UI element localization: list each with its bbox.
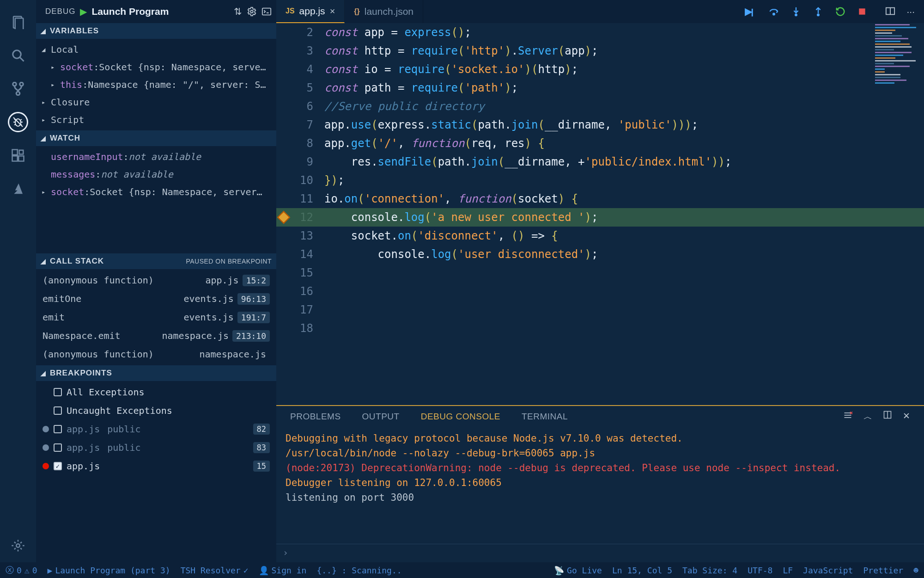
panel-collapse-icon[interactable]: ︿ bbox=[863, 411, 872, 423]
step-out-icon[interactable] bbox=[813, 6, 823, 17]
status-scanning[interactable]: {..} : Scanning.. bbox=[316, 566, 401, 575]
tab-debug-console[interactable]: DEBUG CONSOLE bbox=[421, 412, 500, 422]
watch-item[interactable]: messages: not available bbox=[36, 166, 276, 183]
breakpoint-item[interactable]: app.jspublic83 bbox=[36, 438, 276, 457]
breakpoints-section: ◢BREAKPOINTS All Exceptions Uncaught Exc… bbox=[36, 365, 276, 477]
svg-point-20 bbox=[250, 10, 253, 13]
extensions-icon[interactable] bbox=[7, 144, 29, 166]
start-debug-icon[interactable]: ▶ bbox=[80, 6, 87, 17]
svg-point-6 bbox=[16, 92, 20, 95]
debug-icon[interactable] bbox=[7, 111, 29, 133]
step-over-icon[interactable] bbox=[769, 6, 779, 17]
tab-problems[interactable]: PROBLEMS bbox=[290, 412, 341, 422]
continue-icon[interactable]: ▶▎ bbox=[745, 6, 757, 18]
checkbox-icon[interactable] bbox=[54, 388, 62, 396]
svg-line-3 bbox=[20, 57, 24, 61]
watch-item[interactable]: usernameInput: not available bbox=[36, 148, 276, 166]
gear-icon[interactable] bbox=[247, 6, 257, 17]
panel-close-icon[interactable]: ✕ bbox=[903, 411, 910, 423]
callstack-section: ◢CALL STACKPAUSED ON BREAKPOINT (anonymo… bbox=[36, 253, 276, 365]
explorer-icon[interactable] bbox=[7, 11, 29, 33]
variable-this[interactable]: ▸this: Namespace {name: "/", server: S… bbox=[36, 76, 276, 93]
status-lncol[interactable]: Ln 15, Col 5 bbox=[612, 566, 672, 575]
watch-section: ◢WATCH usernameInput: not availablemessa… bbox=[36, 130, 276, 203]
svg-rect-21 bbox=[262, 8, 271, 15]
debug-header: DEBUG ▶ Launch Program ⇅ bbox=[36, 0, 276, 23]
callstack-frame[interactable]: (anonymous function)namespace.js bbox=[36, 345, 276, 363]
debug-console-output[interactable]: Debugging with legacy protocol because N… bbox=[276, 427, 924, 544]
search-icon[interactable] bbox=[7, 44, 29, 67]
breakpoint-dot-icon bbox=[43, 444, 49, 451]
bp-uncaught-exceptions[interactable]: Uncaught Exceptions bbox=[36, 401, 276, 420]
status-launch[interactable]: ▶ Launch Program (part 3) bbox=[48, 566, 170, 575]
stop-icon[interactable] bbox=[857, 7, 867, 16]
activity-bar bbox=[0, 0, 36, 562]
callstack-status: PAUSED ON BREAKPOINT bbox=[186, 258, 272, 265]
callstack-frame[interactable]: emitevents.js191:7 bbox=[36, 308, 276, 326]
editor-actions: ··· bbox=[876, 6, 924, 17]
breakpoint-dot-icon bbox=[43, 426, 49, 432]
callstack-frame[interactable]: Namespace.emitnamespace.js213:10 bbox=[36, 326, 276, 345]
status-errors[interactable]: ⓧ 0 ⚠ 0 bbox=[6, 565, 37, 576]
azure-icon[interactable] bbox=[7, 178, 29, 200]
debug-config-select[interactable]: Launch Program bbox=[91, 6, 229, 17]
checkbox-icon[interactable] bbox=[54, 462, 62, 470]
split-editor-icon[interactable] bbox=[885, 6, 895, 17]
editor-tab[interactable]: JSapp.js× bbox=[276, 0, 345, 23]
editor-tab[interactable]: {}launch.json bbox=[345, 0, 423, 23]
variables-scope-script[interactable]: ▸Script bbox=[36, 111, 276, 129]
close-icon[interactable]: × bbox=[330, 6, 335, 17]
status-eol[interactable]: LF bbox=[783, 566, 793, 575]
panel-maximize-icon[interactable] bbox=[883, 411, 892, 423]
debug-title: DEBUG bbox=[45, 7, 75, 16]
callstack-frame[interactable]: (anonymous function)app.js15:2 bbox=[36, 271, 276, 289]
debug-console-icon[interactable] bbox=[261, 6, 272, 17]
variables-scope-local[interactable]: ◢Local bbox=[36, 41, 276, 58]
debug-console-input[interactable]: › bbox=[276, 544, 924, 562]
svg-point-4 bbox=[13, 82, 17, 86]
watch-item[interactable]: ▸socket: Socket {nsp: Namespace, server… bbox=[36, 183, 276, 201]
checkbox-icon[interactable] bbox=[54, 425, 62, 433]
tab-output[interactable]: OUTPUT bbox=[362, 412, 400, 422]
checkbox-icon[interactable] bbox=[54, 406, 62, 415]
svg-line-11 bbox=[20, 119, 22, 120]
file-type-icon: JS bbox=[286, 7, 295, 15]
more-icon[interactable]: ··· bbox=[906, 6, 915, 17]
svg-rect-16 bbox=[12, 156, 18, 161]
status-golive[interactable]: 📡 Go Live bbox=[554, 566, 602, 575]
status-signin[interactable]: 👤 Sign in bbox=[259, 566, 307, 575]
watch-header[interactable]: ◢WATCH bbox=[36, 130, 276, 146]
variables-scope-closure[interactable]: ▸Closure bbox=[36, 93, 276, 111]
restart-icon[interactable] bbox=[835, 6, 845, 17]
breakpoints-header[interactable]: ◢BREAKPOINTS bbox=[36, 365, 276, 381]
svg-point-2 bbox=[13, 50, 21, 59]
code-area[interactable]: 23456789101112131415161718 const app = e… bbox=[276, 23, 924, 405]
status-feedback-icon[interactable]: ☻ bbox=[913, 566, 918, 575]
svg-rect-27 bbox=[859, 8, 865, 14]
tab-terminal[interactable]: TERMINAL bbox=[522, 412, 568, 422]
svg-point-5 bbox=[20, 82, 24, 86]
status-encoding[interactable]: UTF-8 bbox=[748, 566, 772, 575]
status-prettier[interactable]: Prettier bbox=[863, 566, 903, 575]
settings-icon[interactable] bbox=[7, 535, 29, 557]
breakpoint-item[interactable]: app.js15 bbox=[36, 457, 276, 475]
variable-socket[interactable]: ▸socket: Socket {nsp: Namespace, serve… bbox=[36, 58, 276, 76]
scm-icon[interactable] bbox=[7, 78, 29, 100]
callstack-header[interactable]: ◢CALL STACKPAUSED ON BREAKPOINT bbox=[36, 253, 276, 269]
panel-tabs: PROBLEMS OUTPUT DEBUG CONSOLE TERMINAL ︿… bbox=[276, 406, 924, 427]
debug-toolbar: ▶▎ bbox=[736, 6, 876, 18]
variables-header[interactable]: ◢VARIABLES bbox=[36, 23, 276, 39]
breakpoint-item[interactable]: app.jspublic82 bbox=[36, 420, 276, 438]
debug-sidebar: DEBUG ▶ Launch Program ⇅ ◢VARIABLES ◢Loc… bbox=[36, 0, 276, 562]
file-type-icon: {} bbox=[354, 7, 359, 16]
step-into-icon[interactable] bbox=[791, 6, 801, 17]
status-resolver[interactable]: TSH Resolver ✓ bbox=[181, 566, 249, 575]
status-lang[interactable]: JavaScript bbox=[803, 566, 853, 575]
config-chevrons-icon[interactable]: ⇅ bbox=[234, 6, 242, 17]
bp-all-exceptions[interactable]: All Exceptions bbox=[36, 383, 276, 401]
clear-console-icon[interactable] bbox=[843, 411, 852, 423]
editor-tabs: JSapp.js×{}launch.json ▶▎ ··· bbox=[276, 0, 924, 23]
checkbox-icon[interactable] bbox=[54, 443, 62, 452]
status-tabsize[interactable]: Tab Size: 4 bbox=[682, 566, 737, 575]
callstack-frame[interactable]: emitOneevents.js96:13 bbox=[36, 289, 276, 308]
